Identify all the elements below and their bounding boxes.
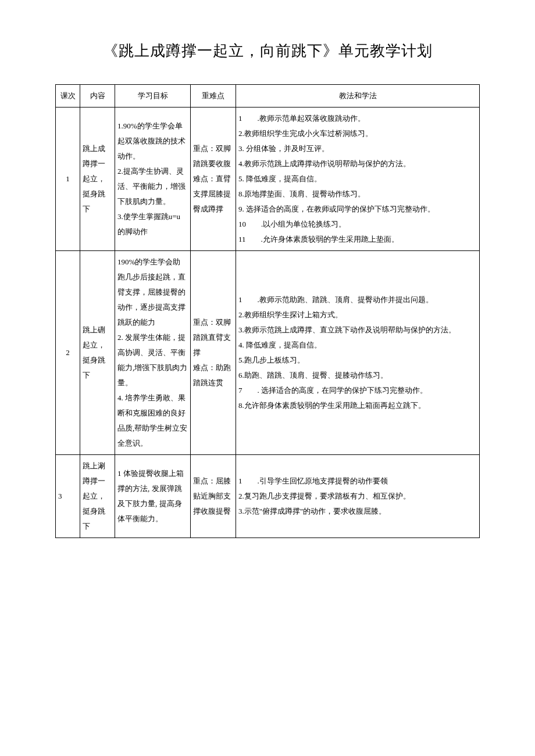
header-method: 教法和学法 <box>236 85 480 108</box>
cell-content: 跳上成蹲撑一起立，挺身跳下 <box>80 108 115 251</box>
cell-goal: 1.90%的学生学会单起双落收腹跳的技术动作。2.提高学生协调、灵活、平衡能力，… <box>115 108 191 251</box>
cell-lesson-no: 1 <box>56 108 80 251</box>
lesson-plan-table: 课次 内容 学习目标 重难点 教法和学法 1 跳上成蹲撑一起立，挺身跳下 1.9… <box>55 84 480 538</box>
cell-goal: 190%的学生学会助跑几步后接起跳，直臂支撑，屈膝提臀的动作，逐步提高支撑跳跃的… <box>115 251 191 455</box>
header-content: 内容 <box>80 85 115 108</box>
cell-keypoint: 重点：双脚踏跳要收腹难点：直臂支撑屈膝提臀成蹲撑 <box>191 108 236 251</box>
cell-content: 跳上硎起立，挺身跳下 <box>80 251 115 455</box>
header-goal: 学习目标 <box>115 85 191 108</box>
table-row: 2 跳上硎起立，挺身跳下 190%的学生学会助跑几步后接起跳，直臂支撑，屈膝提臀… <box>56 251 480 455</box>
cell-method: 1 .引导学生回忆原地支撑提臀的动作要领2.复习跑几步支撑提臀，要求踏板有力、相… <box>236 455 480 538</box>
cell-method: 1 .教师示范单起双落收腹跳动作。2.教师组织学生完成小火车过桥洞练习。3. 分… <box>236 108 480 251</box>
table-row: 1 跳上成蹲撑一起立，挺身跳下 1.90%的学生学会单起双落收腹跳的技术动作。2… <box>56 108 480 251</box>
header-lesson-no: 课次 <box>56 85 80 108</box>
page-title: 《跳上成蹲撑一起立，向前跳下》单元教学计划 <box>55 41 480 61</box>
header-keypoint: 重难点 <box>191 85 236 108</box>
cell-lesson-no: 2 <box>56 251 80 455</box>
table-row: 3 跳上涮蹲撑一起立，挺身跳下 1 体验提臀收腿上箱撑的方法, 发展弹跳及下肢力… <box>56 455 480 538</box>
cell-lesson-no: 3 <box>56 455 80 538</box>
cell-goal: 1 体验提臀收腿上箱撑的方法, 发展弹跳及下肢力量, 提高身体平衡能力。 <box>115 455 191 538</box>
cell-content: 跳上涮蹲撑一起立，挺身跳下 <box>80 455 115 538</box>
table-header-row: 课次 内容 学习目标 重难点 教法和学法 <box>56 85 480 108</box>
cell-keypoint: 重点：屈膝贴近胸部支撑收腹提臀 <box>191 455 236 538</box>
cell-keypoint: 重点：双脚踏跳直臂支撑难点：助跑踏跳连贯 <box>191 251 236 455</box>
cell-method: 1 .教师示范助跑、踏跳、顶肩、提臀动作并提出问题。2.教师组织学生探讨上箱方式… <box>236 251 480 455</box>
